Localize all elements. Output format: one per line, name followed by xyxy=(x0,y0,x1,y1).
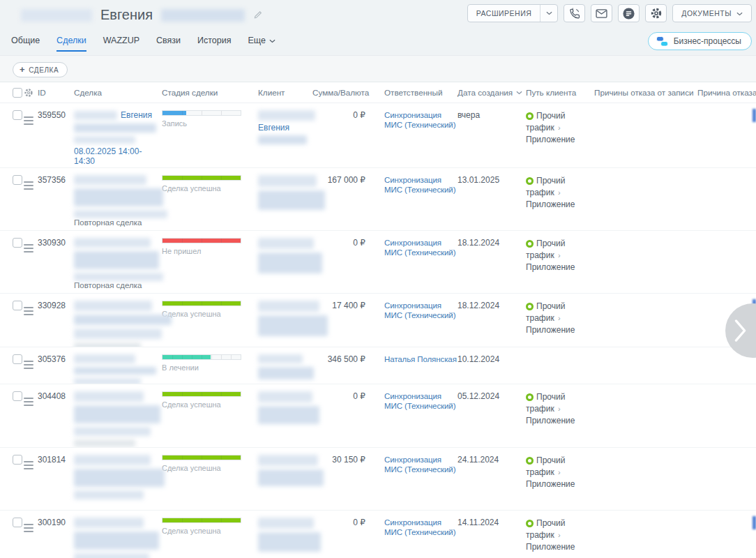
client-cell xyxy=(258,384,312,448)
row-menu-cell xyxy=(24,384,38,448)
settings-button[interactable] xyxy=(645,4,667,22)
row-menu-icon[interactable] xyxy=(24,460,33,469)
row-checkbox[interactable] xyxy=(13,354,22,364)
redacted-text xyxy=(258,135,307,144)
row-menu-icon[interactable] xyxy=(24,115,33,125)
stage-segment-tick xyxy=(221,355,222,359)
column-header-stage[interactable]: Стадия сделки xyxy=(162,88,258,97)
stage-segment-tick xyxy=(202,111,202,115)
client-path-cell: Прочий трафик › Приложение xyxy=(526,511,594,558)
tab-общие[interactable]: Общие xyxy=(11,36,40,50)
documents-button[interactable]: ДОКУМЕНТЫ xyxy=(672,4,752,22)
created-date: 13.01.2025 xyxy=(458,175,499,185)
stage-segment-tick xyxy=(202,176,202,180)
redacted-text xyxy=(258,532,321,552)
sort-chevron-icon xyxy=(516,91,522,95)
stage-segment-tick xyxy=(202,239,202,243)
redacted-text xyxy=(74,123,156,133)
email-button[interactable] xyxy=(591,4,612,22)
client-path: Прочий трафик › Приложение xyxy=(526,110,587,145)
business-processes-icon xyxy=(656,36,669,47)
column-header-responsible[interactable]: Ответственный xyxy=(367,88,458,97)
tab-еще[interactable]: Еще xyxy=(248,36,275,50)
created-date-cell: 24.11.2024 xyxy=(458,448,526,511)
row-select-cell xyxy=(13,168,24,231)
stage-segment-tick xyxy=(221,518,222,522)
deal-cell xyxy=(74,384,162,448)
call-button[interactable] xyxy=(564,4,585,22)
row-menu-icon[interactable] xyxy=(24,522,33,532)
path-step: Приложение xyxy=(526,325,575,335)
column-header-client-path[interactable]: Путь клиента xyxy=(526,88,594,97)
table-row: 301814Сделка успешна30 150 ₽Синхронизаци… xyxy=(0,448,756,511)
deal-content xyxy=(74,301,162,347)
tab-сделки[interactable]: Сделки xyxy=(56,36,86,50)
tab-история[interactable]: История xyxy=(197,36,231,50)
chevron-down-icon xyxy=(269,36,275,45)
responsible-link[interactable]: Синхронизация МИС (Технический) xyxy=(384,176,455,194)
stage-label: Сделка успешна xyxy=(162,527,258,535)
extensions-dropdown-caret[interactable] xyxy=(540,5,557,22)
deal-id-cell: 330930 xyxy=(38,231,74,294)
row-checkbox[interactable] xyxy=(13,175,22,185)
row-menu-icon[interactable] xyxy=(24,359,33,369)
stage-segment-tick xyxy=(202,392,202,396)
business-processes-button[interactable]: Бизнес-процессы xyxy=(648,32,752,50)
responsible-link[interactable]: Наталья Полянская xyxy=(384,355,457,363)
column-header-deal[interactable]: Сделка xyxy=(74,88,162,97)
row-checkbox[interactable] xyxy=(13,455,22,465)
stage-segment-tick xyxy=(221,111,222,115)
responsible-link[interactable]: Синхронизация МИС (Технический) xyxy=(384,111,455,129)
row-checkbox[interactable] xyxy=(13,238,22,248)
column-header-created[interactable]: Дата создания xyxy=(458,88,526,97)
tab-связи[interactable]: Связи xyxy=(156,36,181,50)
refusal-reasons-cell xyxy=(594,511,697,558)
responsible-link[interactable]: Синхронизация МИС (Технический) xyxy=(384,239,455,257)
responsible-cell: Синхронизация МИС (Технический) xyxy=(367,384,458,448)
edit-title-icon[interactable] xyxy=(253,10,262,20)
add-deal-button[interactable]: + СДЕЛКА xyxy=(13,62,68,77)
client-path: Прочий трафик › Приложение xyxy=(526,455,587,490)
redacted-text xyxy=(74,439,135,447)
client-cell xyxy=(258,231,312,294)
responsible-link[interactable]: Синхронизация МИС (Технический) xyxy=(384,301,455,319)
responsible-link[interactable]: Синхронизация МИС (Технический) xyxy=(384,518,455,536)
row-menu-icon[interactable] xyxy=(24,180,33,190)
row-checkbox[interactable] xyxy=(13,110,22,120)
deal-appointment-link[interactable]: 08.02.2025 14:00-14:30 xyxy=(74,146,162,166)
responsible-link[interactable]: Синхронизация МИС (Технический) xyxy=(384,392,455,410)
column-settings-gear-icon[interactable] xyxy=(24,88,33,98)
deal-cell: Повторная сделка xyxy=(74,231,162,294)
row-menu-icon[interactable] xyxy=(24,306,33,315)
column-header-refusal-reason[interactable]: Причина отказа xyxy=(697,88,756,97)
deal-id: 305376 xyxy=(38,354,66,364)
redacted-text xyxy=(74,251,159,269)
path-chevron-icon: › xyxy=(558,314,561,322)
stage-segment-tick xyxy=(202,355,202,359)
tab-wazzup[interactable]: WAZZUP xyxy=(103,36,139,50)
client-cell xyxy=(258,294,312,347)
row-checkbox[interactable] xyxy=(13,518,22,527)
column-header-refusal-reasons[interactable]: Причины отказа от записи xyxy=(594,88,697,97)
column-header-amount[interactable]: Сумма/Валюта xyxy=(312,88,367,97)
deal-title-link[interactable]: Евгения xyxy=(121,110,152,120)
row-checkbox[interactable] xyxy=(13,391,22,401)
created-date: 18.12.2024 xyxy=(458,301,499,310)
select-all-checkbox[interactable] xyxy=(13,88,22,98)
row-checkbox[interactable] xyxy=(13,301,22,310)
redacted-text xyxy=(74,175,146,185)
column-header-id[interactable]: ID xyxy=(38,88,74,97)
path-chevron-icon: › xyxy=(558,251,561,259)
row-menu-icon[interactable] xyxy=(24,396,33,406)
client-name-link[interactable]: Евгения xyxy=(258,123,289,133)
messenger-button[interactable] xyxy=(618,4,640,22)
extensions-button[interactable]: РАСШИРЕНИЯ xyxy=(467,4,559,22)
row-menu-icon[interactable] xyxy=(24,243,33,252)
stage-progress-bar xyxy=(162,518,241,523)
column-header-client[interactable]: Клиент xyxy=(258,88,312,97)
row-select-cell xyxy=(13,511,24,558)
stage-segment-tick xyxy=(202,518,202,522)
created-date: вчера xyxy=(458,110,480,120)
responsible-link[interactable]: Синхронизация МИС (Технический) xyxy=(384,455,455,474)
deal-id-cell: 305376 xyxy=(38,347,74,384)
